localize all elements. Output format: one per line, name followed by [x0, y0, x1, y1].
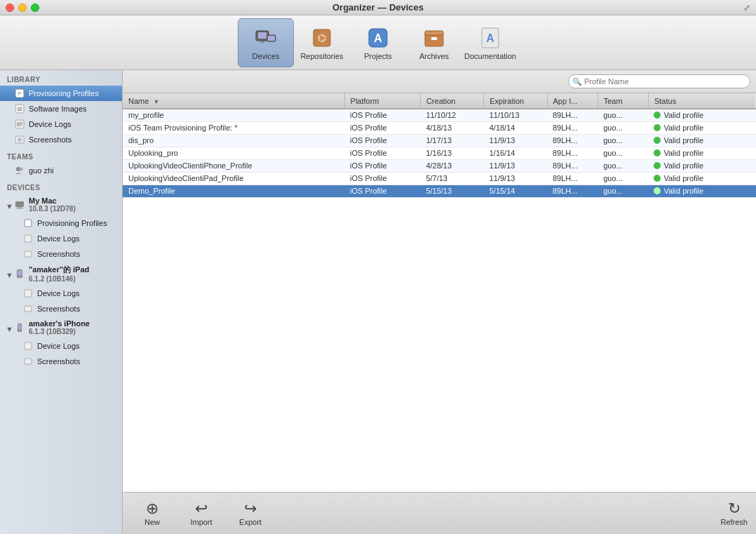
- cell-platform: iOS Profile: [344, 147, 420, 159]
- cell-creation: 11/10/12: [420, 109, 483, 121]
- iphone-icon: [14, 322, 25, 333]
- device-logs-mac-icon: [22, 233, 34, 244]
- svg-rect-41: [25, 359, 32, 364]
- prov-profiles-mac-icon: [22, 218, 34, 229]
- cell-platform: iOS Profile: [344, 121, 420, 134]
- device-logs-lib-label: Device Logs: [29, 120, 72, 128]
- documentation-icon: A: [478, 25, 503, 51]
- toolbar-repositories[interactable]: ⌬ Repositories: [294, 18, 350, 67]
- collapse-button[interactable]: ⤢: [743, 3, 750, 13]
- cell-expiration: 1/16/14: [484, 147, 547, 159]
- cell-status: Valid profile: [648, 121, 756, 134]
- device-logs-ipad-icon: [22, 288, 34, 299]
- provisioning-profiles-label: Provisioning Profiles: [29, 89, 99, 98]
- sidebar-item-screenshots-ipad[interactable]: Screenshots: [0, 301, 122, 316]
- status-text: Valid profile: [663, 187, 703, 195]
- devices-header: DEVICES: [0, 178, 122, 194]
- col-name[interactable]: Name ▼: [123, 93, 344, 109]
- triangle-iphone-icon: ▼: [6, 325, 11, 331]
- search-input[interactable]: [568, 74, 750, 88]
- toolbar-repositories-label: Repositories: [300, 52, 343, 60]
- status-dot: [654, 175, 661, 182]
- cell-status: Valid profile: [648, 185, 756, 197]
- col-appid[interactable]: App I...: [547, 93, 598, 109]
- toolbar-projects[interactable]: A Projects: [350, 18, 406, 67]
- new-button[interactable]: ⊕ New: [131, 501, 173, 526]
- sidebar-item-software-images[interactable]: SI Software Images: [0, 101, 122, 116]
- svg-rect-28: [16, 208, 23, 208]
- toolbar-devices[interactable]: Devices: [238, 18, 294, 67]
- prov-profiles-mac-label: Provisioning Profiles: [37, 219, 107, 227]
- table-row[interactable]: iOS Team Provisioning Profile: * iOS Pro…: [123, 121, 756, 134]
- cell-status: Valid profile: [648, 159, 756, 172]
- sidebar-item-device-logs-lib[interactable]: Device Logs: [0, 116, 122, 132]
- sidebar-item-guo-zhi[interactable]: guo zhi: [0, 163, 122, 178]
- cell-creation: 4/18/13: [420, 121, 483, 134]
- svg-rect-38: [18, 324, 21, 329]
- col-team[interactable]: Team: [598, 93, 648, 109]
- table-row[interactable]: my_profile iOS Profile 11/10/12 11/10/13…: [123, 109, 756, 121]
- table-row[interactable]: UplookingVideoClientiPad_Profile iOS Pro…: [123, 172, 756, 185]
- svg-rect-4: [268, 36, 275, 41]
- cell-name: Demo_Profile: [123, 185, 344, 197]
- toolbar: Devices ⌬ Repositories A Projects: [0, 15, 756, 70]
- toolbar-archives-label: Archives: [419, 52, 449, 60]
- cell-status: Valid profile: [648, 109, 756, 121]
- status-dot: [654, 187, 661, 194]
- table-row[interactable]: Demo_Profile iOS Profile 5/15/13 5/15/14…: [123, 185, 756, 197]
- archives-icon: [421, 25, 447, 51]
- cell-expiration: 11/10/13: [484, 109, 547, 121]
- cell-team: guo...: [598, 134, 648, 147]
- content-area: 🔍 Name ▼ Platform Creation Expiration Ap…: [123, 70, 756, 534]
- svg-rect-10: [425, 31, 443, 35]
- sidebar-device-iphone[interactable]: ▼ amaker's iPhone 6.1.3 (10B329): [0, 316, 122, 338]
- close-button[interactable]: [6, 4, 14, 12]
- main-area: LIBRARY P Provisioning Profiles SI Softw…: [0, 70, 756, 534]
- sidebar-device-ipad[interactable]: ▼ "amaker"的 iPad 6.1.2 (10B146): [0, 262, 122, 286]
- screenshots-iphone-icon: [22, 356, 34, 367]
- sidebar-item-provisioning-profiles[interactable]: P Provisioning Profiles: [0, 86, 122, 101]
- sidebar-item-screenshots-iphone[interactable]: Screenshots: [0, 354, 122, 369]
- projects-icon: A: [365, 25, 391, 51]
- sidebar-item-screenshots-mac[interactable]: Screenshots: [0, 246, 122, 262]
- svg-rect-36: [25, 306, 32, 312]
- cell-creation: 5/15/13: [420, 185, 483, 197]
- my-mac-name: My Mac: [29, 196, 76, 205]
- cell-appid: 89LH...: [547, 185, 598, 197]
- table-row[interactable]: Uplooking_pro iOS Profile 1/16/13 1/16/1…: [123, 147, 756, 159]
- cell-platform: iOS Profile: [344, 134, 420, 147]
- status-text: Valid profile: [663, 174, 703, 182]
- iphone-name: amaker's iPhone: [29, 319, 90, 328]
- table-row[interactable]: dis_pro iOS Profile 1/17/13 11/9/13 89LH…: [123, 134, 756, 147]
- sidebar-item-device-logs-ipad[interactable]: Device Logs: [0, 286, 122, 301]
- table-row[interactable]: UplookingVideoClientiPhone_Profile iOS P…: [123, 159, 756, 172]
- sidebar-device-my-mac[interactable]: ▼ My Mac 10.8.3 (12D78): [0, 194, 122, 215]
- my-mac-version: 10.8.3 (12D78): [29, 205, 76, 213]
- toolbar-archives[interactable]: Archives: [406, 18, 462, 67]
- table-container: Name ▼ Platform Creation Expiration App …: [123, 93, 756, 492]
- status-dot: [654, 149, 661, 156]
- traffic-lights: [6, 4, 39, 12]
- minimize-button[interactable]: [18, 4, 27, 12]
- svg-rect-11: [431, 37, 437, 40]
- col-creation[interactable]: Creation: [420, 93, 483, 109]
- sidebar-item-device-logs-mac[interactable]: Device Logs: [0, 231, 122, 246]
- col-platform[interactable]: Platform: [344, 93, 420, 109]
- cell-platform: iOS Profile: [344, 185, 420, 197]
- cell-appid: 89LH...: [547, 109, 598, 121]
- svg-point-34: [19, 276, 20, 277]
- maximize-button[interactable]: [31, 4, 39, 12]
- sidebar-item-device-logs-iphone[interactable]: Device Logs: [0, 338, 122, 354]
- col-expiration[interactable]: Expiration: [484, 93, 547, 109]
- toolbar-documentation[interactable]: A Documentation: [462, 18, 518, 67]
- export-button[interactable]: ↪ Export: [229, 501, 271, 526]
- col-status[interactable]: Status: [648, 93, 756, 109]
- search-icon: 🔍: [572, 77, 582, 86]
- device-logs-iphone-label: Device Logs: [37, 342, 80, 350]
- svg-point-23: [18, 138, 22, 142]
- import-button[interactable]: ↩ Import: [180, 501, 222, 526]
- svg-rect-35: [25, 290, 32, 297]
- refresh-button[interactable]: ↻ Refresh: [720, 501, 748, 526]
- sidebar-item-screenshots-lib[interactable]: Screenshots: [0, 132, 122, 147]
- sidebar-item-prov-profiles-mac[interactable]: Provisioning Profiles: [0, 215, 122, 231]
